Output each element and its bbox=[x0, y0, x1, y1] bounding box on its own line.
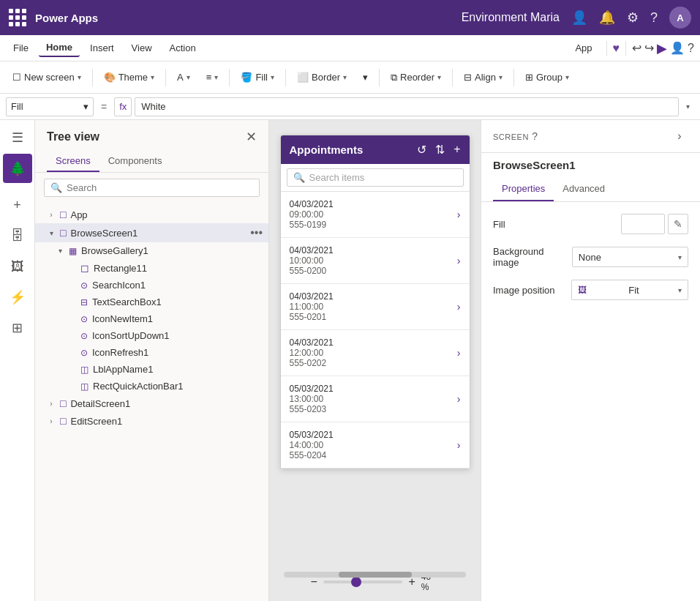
scope-chevron: ▾ bbox=[83, 101, 89, 112]
tree-item-rectangle11[interactable]: ◻ Rectangle11 bbox=[35, 259, 268, 277]
help-icon[interactable]: ? bbox=[650, 10, 658, 26]
new-screen-button[interactable]: ☐ New screen ▾ bbox=[6, 68, 88, 86]
menu-action[interactable]: Action bbox=[162, 40, 203, 56]
reorder-icon: ⧉ bbox=[391, 72, 397, 83]
fill-edit-button[interactable]: ✎ bbox=[668, 214, 688, 234]
phone-search-icon: 🔍 bbox=[293, 172, 305, 183]
group-button[interactable]: ⊞ Group ▾ bbox=[519, 68, 576, 86]
menu-view[interactable]: View bbox=[124, 40, 159, 56]
gallery-icon: ▦ bbox=[69, 246, 77, 256]
fill-button[interactable]: 🪣 Fill ▾ bbox=[234, 68, 281, 86]
tab-properties[interactable]: Properties bbox=[493, 177, 554, 201]
appointment-list: 04/03/2021 09:00:00 555-0199 › 04/03/202… bbox=[281, 192, 470, 469]
sidebar-treeview-icon[interactable]: 🌲 bbox=[3, 154, 32, 183]
tree-search-input[interactable] bbox=[67, 182, 253, 193]
sidebar-data-icon[interactable]: 🗄 bbox=[3, 221, 32, 250]
redo-icon[interactable]: ↪ bbox=[644, 41, 654, 55]
fill-color-swatch[interactable] bbox=[621, 214, 665, 234]
tree-item-label: Rectangle11 bbox=[94, 263, 263, 274]
appointment-date: 05/03/2021 bbox=[290, 430, 457, 440]
align-button[interactable]: ⊟ Align ▾ bbox=[457, 68, 509, 86]
formula-fx-button[interactable]: fx bbox=[114, 97, 132, 116]
tree-search-box[interactable]: 🔍 bbox=[44, 179, 260, 197]
menu-file[interactable]: File bbox=[6, 40, 36, 56]
zoom-thumb[interactable] bbox=[351, 577, 361, 587]
menu-insert[interactable]: Insert bbox=[83, 40, 121, 56]
formula-input[interactable]: White bbox=[135, 97, 679, 116]
app-label: App bbox=[567, 39, 600, 57]
group-icon: ⊞ bbox=[525, 72, 533, 83]
zoom-slider[interactable] bbox=[323, 581, 403, 583]
tab-advanced[interactable]: Advanced bbox=[554, 177, 614, 201]
more-icon[interactable]: ••• bbox=[250, 226, 263, 239]
prop-bg-image-select[interactable]: None ▾ bbox=[572, 247, 688, 267]
prop-bg-image-row: Background image None ▾ bbox=[493, 246, 688, 268]
phone-search-inner[interactable]: 🔍 Search items bbox=[287, 168, 464, 187]
tree-item-editscreen1[interactable]: › □ EditScreen1 bbox=[35, 412, 268, 430]
appointment-info-2: 04/03/2021 11:00:00 555-0201 bbox=[290, 291, 457, 322]
sidebar-menu-icon[interactable]: ☰ bbox=[3, 123, 32, 152]
align-text-button[interactable]: ≡ ▾ bbox=[200, 68, 225, 86]
appointment-id: 555-0203 bbox=[290, 404, 457, 414]
phone-header-title: Appointments bbox=[290, 143, 364, 156]
appointment-item-1[interactable]: 04/03/2021 10:00:00 555-0200 › bbox=[281, 238, 470, 284]
tab-screens[interactable]: Screens bbox=[47, 151, 99, 172]
play-button[interactable]: ▶ bbox=[657, 40, 667, 56]
font-button[interactable]: A ▾ bbox=[170, 68, 197, 86]
sidebar-components-icon[interactable]: ⊞ bbox=[3, 313, 32, 343]
tree-item-lblappname1[interactable]: ◫ LblAppName1 bbox=[35, 361, 268, 378]
person-icon[interactable]: 👤 bbox=[571, 10, 587, 26]
appointment-item-2[interactable]: 04/03/2021 11:00:00 555-0201 › bbox=[281, 284, 470, 330]
appointment-item-4[interactable]: 05/03/2021 13:00:00 555-0203 › bbox=[281, 376, 470, 422]
sort-icon[interactable]: ⇅ bbox=[435, 143, 445, 157]
appointment-item-0[interactable]: 04/03/2021 09:00:00 555-0199 › bbox=[281, 192, 470, 238]
theme-button[interactable]: 🎨 Theme ▾ bbox=[97, 68, 161, 86]
menu-help-icon[interactable]: ? bbox=[688, 42, 694, 55]
appointment-date: 04/03/2021 bbox=[290, 291, 457, 302]
tree-item-textsearchbox1[interactable]: ⊟ TextSearchBox1 bbox=[35, 294, 268, 310]
tree-item-app[interactable]: › □ App bbox=[35, 206, 268, 223]
menu-home[interactable]: Home bbox=[39, 39, 80, 57]
health-icon[interactable]: ♥ bbox=[613, 42, 620, 55]
image-pos-chevron: ▾ bbox=[678, 286, 682, 294]
align-text-icon: ≡ bbox=[206, 72, 212, 83]
screen-icon: ☐ bbox=[12, 72, 21, 83]
canvas-scrollbar-horizontal[interactable] bbox=[284, 572, 466, 578]
border-button[interactable]: ⬜ Border ▾ bbox=[290, 68, 353, 86]
scrollbar-thumb[interactable] bbox=[339, 572, 412, 578]
tree-item-browsescreen1[interactable]: ▾ □ BrowseScreen1 ••• bbox=[35, 223, 268, 242]
formula-scope[interactable]: Fill ▾ bbox=[6, 97, 94, 116]
undo-icon[interactable]: ↩ bbox=[632, 41, 641, 55]
refresh-icon[interactable]: ↺ bbox=[417, 143, 426, 157]
tree-item-rectquickactionbar1[interactable]: ◫ RectQuickActionBar1 bbox=[35, 378, 268, 395]
tree-item-searchicon1[interactable]: ⊙ SearchIcon1 bbox=[35, 277, 268, 294]
app-bar-right: Environment Maria 👤 🔔 ⚙ ? A bbox=[462, 7, 691, 29]
tree-item-browsegallery1[interactable]: ▾ ▦ BrowseGallery1 bbox=[35, 242, 268, 259]
sidebar-add-icon[interactable]: + bbox=[3, 190, 32, 220]
appointment-item-3[interactable]: 04/03/2021 12:00:00 555-0202 › bbox=[281, 330, 470, 376]
tree-item-iconnewitem1[interactable]: ⊙ IconNewItem1 bbox=[35, 310, 268, 327]
prop-image-pos-select[interactable]: 🖼 Fit ▾ bbox=[571, 280, 688, 300]
avatar[interactable]: A bbox=[669, 7, 691, 29]
app-bar: Power Apps Environment Maria 👤 🔔 ⚙ ? A bbox=[0, 0, 700, 35]
screen-icon: □ bbox=[60, 227, 66, 239]
reorder-button[interactable]: ⧉ Reorder ▾ bbox=[384, 68, 448, 87]
settings-icon[interactable]: ⚙ bbox=[627, 10, 639, 26]
prop-expand-button[interactable]: › bbox=[671, 127, 688, 145]
add-icon[interactable]: + bbox=[454, 143, 460, 157]
waffle-icon[interactable] bbox=[9, 9, 26, 26]
prop-help-icon[interactable]: ? bbox=[532, 130, 538, 142]
formula-expand-chevron[interactable]: ▾ bbox=[682, 102, 694, 111]
tree-item-label: RectQuickActionBar1 bbox=[93, 381, 263, 392]
tree-item-iconrefresh1[interactable]: ⊙ IconRefresh1 bbox=[35, 344, 268, 361]
tree-item-detailscreen1[interactable]: › □ DetailScreen1 bbox=[35, 395, 268, 412]
user-icon[interactable]: 👤 bbox=[670, 41, 685, 55]
notification-icon[interactable]: 🔔 bbox=[599, 10, 615, 26]
tree-close-button[interactable]: ✕ bbox=[246, 129, 257, 145]
tree-item-iconsortupdown1[interactable]: ⊙ IconSortUpDown1 bbox=[35, 327, 268, 344]
sidebar-connectors-icon[interactable]: ⚡ bbox=[3, 283, 32, 312]
sidebar-media-icon[interactable]: 🖼 bbox=[3, 252, 32, 281]
tab-components[interactable]: Components bbox=[99, 151, 171, 172]
more-button[interactable]: ▾ bbox=[356, 68, 375, 86]
appointment-item-5[interactable]: 05/03/2021 14:00:00 555-0204 › bbox=[281, 422, 470, 469]
